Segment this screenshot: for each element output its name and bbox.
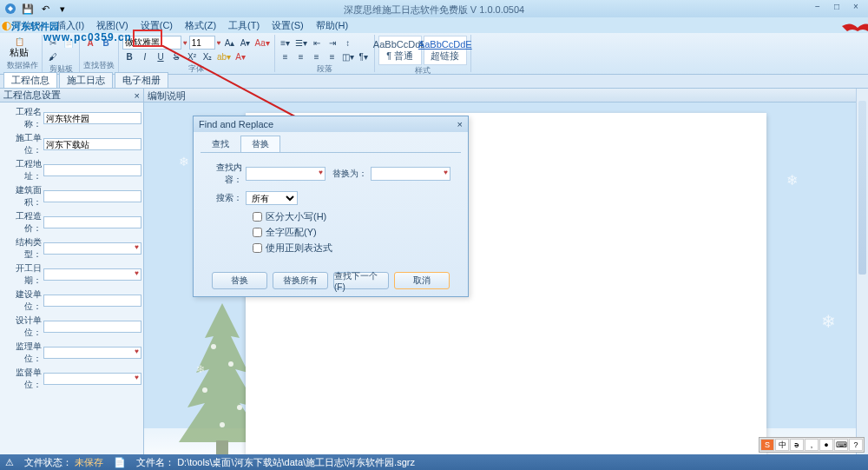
shrink-font-icon[interactable]: A▾ xyxy=(239,36,253,50)
format-painter-icon[interactable]: 🖌 xyxy=(46,50,60,63)
form-label: 工程地址： xyxy=(2,158,43,182)
replace-label: 替换为： xyxy=(329,168,367,180)
form-row: 结构类型： xyxy=(2,236,141,261)
svg-point-5 xyxy=(237,405,242,410)
menu-format[interactable]: 格式(Z) xyxy=(180,17,221,34)
form-input[interactable] xyxy=(43,373,141,385)
form-input[interactable] xyxy=(43,242,141,255)
menu-settings[interactable]: 设置(C) xyxy=(135,17,178,34)
line-spacing-icon[interactable]: ↕ xyxy=(341,36,355,50)
strike-icon[interactable]: S xyxy=(169,50,183,63)
tab-photo-album[interactable]: 电子相册 xyxy=(115,72,168,88)
font-color-icon[interactable]: A▾ xyxy=(233,50,247,63)
find-input[interactable] xyxy=(246,167,326,181)
undo-icon[interactable]: ↶ xyxy=(38,2,52,16)
menu-insert[interactable]: 插入(I) xyxy=(51,17,89,34)
ime-comma[interactable]: , xyxy=(805,439,819,451)
paste-button[interactable]: 📋粘贴 xyxy=(7,36,31,60)
cut-icon[interactable]: ✂ xyxy=(46,36,60,50)
find-replace-dialog: Find and Replace × 查找 替换 查找内容： 替换为： 搜索： … xyxy=(193,116,469,297)
italic-icon[interactable]: I xyxy=(138,50,152,63)
superscript-icon[interactable]: X² xyxy=(185,50,199,63)
dialog-tab-find[interactable]: 查找 xyxy=(201,136,240,152)
ime-keyboard[interactable]: ⌨ xyxy=(834,439,848,451)
form-label: 建设单位： xyxy=(2,288,43,313)
dialog-tab-replace[interactable]: 替换 xyxy=(240,136,280,152)
menu-view[interactable]: 视图(V) xyxy=(91,17,134,34)
form-input[interactable] xyxy=(43,216,141,228)
right-header: 编制说明 xyxy=(144,89,868,103)
form-input[interactable] xyxy=(43,295,141,307)
close-button[interactable]: × xyxy=(847,2,865,14)
ime-mic[interactable]: ● xyxy=(819,439,833,451)
pilcrow-icon[interactable]: ¶▾ xyxy=(357,50,371,63)
save-icon[interactable]: 💾 xyxy=(21,2,35,16)
highlight-icon[interactable]: ab▾ xyxy=(216,50,232,63)
underline-icon[interactable]: U xyxy=(154,50,168,63)
align-right-icon[interactable]: ≡ xyxy=(310,50,324,63)
font-name-select[interactable] xyxy=(122,36,181,50)
replace-all-button[interactable]: 替换所有 xyxy=(273,272,328,289)
replace-input[interactable] xyxy=(371,167,450,181)
form-label: 设计单位： xyxy=(2,314,43,339)
style-hyperlink[interactable]: AaBbCcDdE 超链接 xyxy=(424,36,467,65)
vertical-scrollbar[interactable] xyxy=(856,89,868,454)
form-row: 设计单位： xyxy=(2,314,141,339)
form-input[interactable]: 河东软件园 xyxy=(43,112,141,124)
numbering-icon[interactable]: ☰▾ xyxy=(294,36,308,50)
form-input[interactable] xyxy=(43,321,141,333)
justify-icon[interactable]: ≡ xyxy=(326,50,339,63)
clear-format-icon[interactable]: Aa▾ xyxy=(254,36,271,50)
ime-lang[interactable]: 中 xyxy=(775,439,789,451)
ime-logo-icon[interactable]: S xyxy=(760,439,774,451)
align-center-icon[interactable]: ≡ xyxy=(294,50,308,63)
align-left-icon[interactable]: ≡ xyxy=(279,50,293,63)
match-case-checkbox[interactable]: 区分大小写(H) xyxy=(253,210,461,223)
shading-icon[interactable]: ◫▾ xyxy=(341,50,355,63)
form-label: 工程造价： xyxy=(2,210,43,235)
panel-close-icon[interactable]: × xyxy=(135,90,140,101)
form-row: 工程地址： xyxy=(2,158,141,182)
style-normal[interactable]: AaBbCcDdE ¶ 普通 xyxy=(378,36,422,65)
form-input[interactable] xyxy=(43,190,141,202)
form-input[interactable]: 河东下载站 xyxy=(43,138,141,150)
ime-punct[interactable]: ə xyxy=(790,439,804,451)
search-scope-select[interactable]: 所有 xyxy=(246,191,298,205)
grow-font-icon[interactable]: A▴ xyxy=(223,36,237,50)
file-status-icon: ⚠ xyxy=(5,457,14,468)
dialog-close-icon[interactable]: × xyxy=(457,119,463,129)
indent-icon[interactable]: ⇥ xyxy=(326,36,339,50)
form-input[interactable] xyxy=(43,347,141,359)
find-replace-b-icon[interactable]: B xyxy=(99,36,113,50)
regex-checkbox[interactable]: 使用正则表达式 xyxy=(253,242,461,255)
copy-icon[interactable]: 📄 xyxy=(62,36,76,50)
find-replace-a-icon[interactable]: A xyxy=(83,36,97,50)
menu-config[interactable]: 设置(S) xyxy=(266,17,309,34)
find-label: 查找内容： xyxy=(201,162,242,186)
cancel-button[interactable]: 取消 xyxy=(394,272,450,289)
replace-button[interactable]: 替换 xyxy=(212,272,267,289)
whole-word-checkbox[interactable]: 全字匹配(Y) xyxy=(253,226,461,239)
qat-dropdown-icon[interactable]: ▾ xyxy=(56,2,69,16)
scrollbar-thumb[interactable] xyxy=(858,101,866,275)
tab-project-info[interactable]: 工程信息 xyxy=(3,72,57,88)
form-row: 监理单位： xyxy=(2,341,141,365)
tab-construction-log[interactable]: 施工日志 xyxy=(59,72,113,88)
menu-tools[interactable]: 工具(T) xyxy=(223,17,265,34)
form-input[interactable] xyxy=(43,164,141,176)
bold-icon[interactable]: B xyxy=(122,50,136,63)
bullets-icon[interactable]: ≡▾ xyxy=(279,36,293,50)
find-next-button[interactable]: 查找下一个(F) xyxy=(333,272,389,289)
form-row: 开工日期： xyxy=(2,262,141,287)
menu-start[interactable]: 开始(B) xyxy=(7,17,49,34)
subscript-icon[interactable]: X₂ xyxy=(201,50,214,63)
minimize-button[interactable]: − xyxy=(809,2,826,14)
dialog-title-bar[interactable]: Find and Replace × xyxy=(194,116,468,132)
menu-help[interactable]: 帮助(H) xyxy=(311,17,353,34)
ime-help[interactable]: ? xyxy=(849,439,863,451)
font-size-select[interactable] xyxy=(189,36,215,50)
document-tabs: 工程信息 施工日志 电子相册 xyxy=(0,75,868,89)
maximize-button[interactable]: □ xyxy=(828,2,845,14)
form-input[interactable] xyxy=(43,268,141,281)
outdent-icon[interactable]: ⇤ xyxy=(310,36,324,50)
